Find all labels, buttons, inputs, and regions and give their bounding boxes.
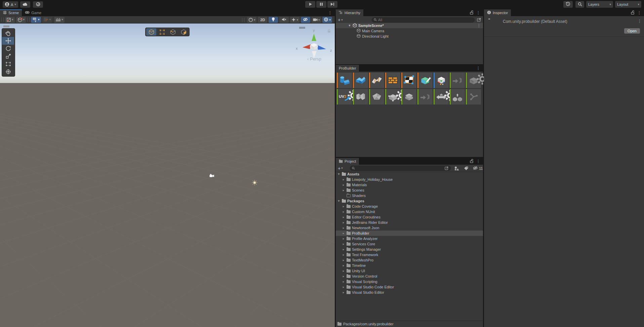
uv-editor-button[interactable] <box>401 73 416 88</box>
foldout-icon[interactable]: ▸ <box>342 275 345 278</box>
global-search-button[interactable] <box>575 1 584 8</box>
project-tree-item[interactable]: ▸Editor Coroutines <box>336 214 483 220</box>
layout-dropdown[interactable]: Layout ▾ <box>615 1 641 8</box>
snap-increment-dropdown[interactable]: ▾ <box>42 17 52 23</box>
camera-settings-dropdown[interactable]: ▾ <box>312 17 321 23</box>
object-mode-button[interactable] <box>146 28 156 36</box>
foldout-icon[interactable]: ▸ <box>342 242 345 246</box>
project-tree-item[interactable]: ▸TextMeshPro <box>336 257 483 263</box>
gizmos-dropdown[interactable]: ▾ <box>322 17 332 23</box>
tab-game[interactable]: Game <box>22 9 44 16</box>
project-tree-item[interactable]: ▸JetBrains Rider Editor <box>336 220 483 225</box>
foldout-icon[interactable]: ▸ <box>342 183 345 187</box>
plastic-scm-button[interactable] <box>33 1 43 8</box>
hierarchy-search-field[interactable] <box>372 17 475 23</box>
project-tree-item[interactable]: ▸Scenes <box>336 188 483 193</box>
hierarchy-item[interactable]: Main Camera <box>336 28 483 34</box>
foldout-icon[interactable]: ▸ <box>342 264 345 267</box>
project-tree-item[interactable]: ▸Custom NUnit <box>336 209 483 214</box>
export-button[interactable] <box>450 73 465 88</box>
move-tool-button[interactable] <box>2 37 14 45</box>
transform-tool-button[interactable] <box>2 68 14 76</box>
audio-mute-toggle[interactable] <box>279 17 289 23</box>
hierarchy-item[interactable]: Directional Light <box>336 34 483 39</box>
foldout-icon[interactable]: ▸ <box>342 285 345 289</box>
scene-viewport[interactable]: x y z ‹ Persp <box>0 24 335 327</box>
project-tree-item[interactable]: ▼Packages <box>336 198 483 204</box>
perspective-label[interactable]: ‹ Persp <box>303 56 326 62</box>
grid-visibility-toggle[interactable]: Y ▾ <box>31 17 41 23</box>
foldout-icon[interactable]: ▸ <box>342 215 345 219</box>
shading-mode-dropdown[interactable]: ▾ <box>247 17 257 23</box>
step-button[interactable] <box>327 1 337 8</box>
scene-row-more-icon[interactable]: ⋮ <box>477 23 481 28</box>
scale-tool-button[interactable] <box>2 52 14 60</box>
subdivide-object-button[interactable] <box>369 89 384 105</box>
smoothing-group-editor-button[interactable] <box>369 73 384 88</box>
project-tree-item[interactable]: ▸Test Framework <box>336 252 483 257</box>
2d-toggle[interactable]: 2D <box>258 17 267 23</box>
face-mode-button[interactable] <box>178 28 189 36</box>
foldout-icon[interactable]: ▸ <box>342 210 345 213</box>
rotate-tool-button[interactable] <box>2 45 14 52</box>
tab-hierarchy[interactable]: Hierarchy <box>336 9 363 16</box>
foldout-icon[interactable]: ▸ <box>342 205 345 208</box>
overlay-drag-handle[interactable] <box>3 26 9 27</box>
tab-scene[interactable]: Scene <box>0 9 22 16</box>
probuilder-more-menu-icon[interactable]: ⋮ <box>476 66 480 71</box>
mirror-objects-button[interactable] <box>434 89 449 105</box>
tab-probuilder[interactable]: ProBuilder <box>336 65 359 72</box>
foldout-icon[interactable]: ▸ <box>342 178 345 181</box>
foldout-icon[interactable]: ▸ <box>342 291 345 294</box>
foldout-icon[interactable]: ▸ <box>342 280 345 283</box>
freeze-transform-button[interactable] <box>450 89 465 105</box>
toolbar-drag-handle[interactable] <box>1 17 4 22</box>
search-by-type-icon[interactable] <box>454 166 459 171</box>
account-button[interactable]: A ▾ <box>3 1 18 8</box>
open-button[interactable]: Open <box>624 28 640 34</box>
pause-button[interactable] <box>316 1 326 8</box>
project-tree-item[interactable]: ▸ProBuilder <box>336 231 483 236</box>
foldout-icon[interactable]: ▸ <box>342 237 345 240</box>
directional-light-gizmo-icon[interactable] <box>252 180 257 186</box>
project-tree-item[interactable]: ▸Settings Manager <box>336 247 483 252</box>
overlay-drag-handle[interactable] <box>299 27 305 29</box>
toolbar-drag-handle[interactable] <box>242 18 244 22</box>
project-tree-item[interactable]: ▸Profile Analyzer <box>336 236 483 241</box>
vertex-mode-button[interactable] <box>157 28 167 36</box>
lock-icon[interactable] <box>470 159 473 164</box>
foldout-icon[interactable]: ▸ <box>342 269 345 273</box>
project-tree-item[interactable]: ▸Services Core <box>336 241 483 247</box>
view-tool-button[interactable] <box>2 29 14 37</box>
project-tree-item[interactable]: ▼Assets <box>336 171 483 177</box>
scene-lighting-toggle[interactable] <box>269 17 278 23</box>
layers-dropdown[interactable]: Layers ▾ <box>586 1 613 8</box>
project-search-field[interactable] <box>350 166 451 171</box>
open-search-window-icon[interactable] <box>477 17 481 23</box>
project-tree-item[interactable]: ▸Timeline <box>336 263 483 268</box>
center-pivot-button[interactable] <box>385 89 400 105</box>
material-editor-button[interactable] <box>385 73 400 88</box>
open-search-window-icon[interactable] <box>445 166 449 171</box>
camera-gizmo-icon[interactable] <box>209 174 214 178</box>
project-tree-item[interactable]: ▸Visual Studio Editor <box>336 290 483 295</box>
project-tree-item[interactable]: ▸Materials <box>336 182 483 188</box>
new-poly-shape-button[interactable] <box>353 73 368 88</box>
asset-more-menu-icon[interactable]: ⋮ <box>638 19 642 24</box>
asset-path-bar[interactable]: Packages/com.unity.probuilder <box>336 321 483 327</box>
merge-objects-button[interactable] <box>401 89 416 105</box>
tool-handle-position-dropdown[interactable]: ▾ <box>5 17 15 23</box>
effects-dropdown[interactable]: ▾ <box>290 17 299 23</box>
inspector-more-menu-icon[interactable]: ⋮ <box>637 10 641 15</box>
hierarchy-search-input[interactable] <box>378 18 473 22</box>
tool-handle-rotation-dropdown[interactable]: ▾ <box>16 17 26 23</box>
lock-icon[interactable] <box>470 10 473 15</box>
create-add-button[interactable]: + <box>338 17 340 23</box>
grid-size-dropdown[interactable]: ▾ <box>54 17 65 23</box>
project-tree-item[interactable]: ▸Visual Scripting <box>336 279 483 284</box>
foldout-icon[interactable]: ▸ <box>342 221 345 224</box>
new-shape-button[interactable] <box>337 73 352 88</box>
hierarchy-scene-row[interactable]: ▼ SampleScene* ⋮ <box>336 23 483 28</box>
foldout-icon[interactable]: ▸ <box>342 248 345 251</box>
chevron-down-icon[interactable]: ▾ <box>341 18 343 22</box>
